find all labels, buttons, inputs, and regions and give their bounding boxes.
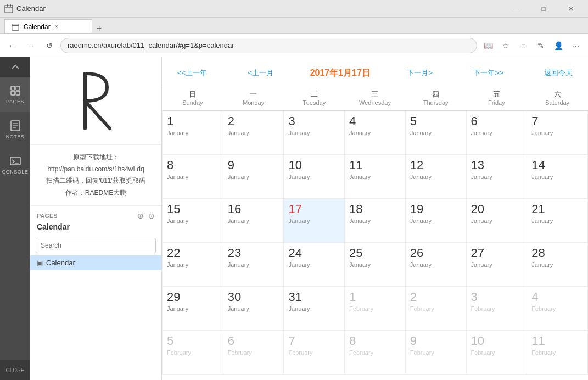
- return-today-button[interactable]: 返回今天: [540, 66, 577, 80]
- calendar-day-cell[interactable]: 5January: [405, 111, 466, 155]
- calendar-day-cell[interactable]: 12January: [405, 155, 466, 199]
- svg-rect-7: [16, 86, 20, 90]
- page-item-calendar[interactable]: ▣ Calendar: [30, 255, 161, 270]
- title-bar: Calendar ─ □ ✕: [0, 0, 588, 18]
- day-number: 26: [410, 246, 462, 260]
- sidebar-item-console[interactable]: CONSOLE: [0, 147, 30, 182]
- calendar-day-cell[interactable]: 9January: [223, 155, 284, 199]
- calendar-day-cell[interactable]: 6February: [223, 331, 284, 375]
- svg-rect-0: [5, 5, 13, 13]
- day-month-label: January: [349, 174, 401, 180]
- calendar-day-cell[interactable]: 27January: [466, 243, 527, 287]
- sidebar-close-button[interactable]: CLOSE: [0, 360, 30, 380]
- calendar-day-cell[interactable]: 11January: [345, 155, 406, 199]
- sidebar-collapse-button[interactable]: [0, 57, 30, 77]
- calendar-day-cell[interactable]: 26January: [405, 243, 466, 287]
- calendar-day-cell[interactable]: 5February: [163, 331, 223, 375]
- calendar-day-cell[interactable]: 23January: [223, 243, 284, 287]
- calendar-day-cell[interactable]: 3February: [466, 287, 527, 331]
- weekday-fri: 五Friday: [466, 85, 527, 111]
- calendar-day-cell[interactable]: 18January: [345, 199, 406, 243]
- day-number: 3: [471, 290, 523, 304]
- calendar-day-cell[interactable]: 16January: [223, 199, 284, 243]
- calendar-day-cell[interactable]: 7February: [284, 331, 345, 375]
- account-button[interactable]: 👤: [551, 38, 566, 53]
- day-month-label: January: [228, 217, 279, 224]
- calendar-day-cell[interactable]: 11February: [527, 331, 588, 375]
- day-number: 28: [531, 246, 583, 260]
- calendar-day-cell[interactable]: 20January: [466, 199, 527, 243]
- calendar-day-cell[interactable]: 1February: [345, 287, 406, 331]
- sidebar-item-pages[interactable]: PAGES: [0, 77, 30, 112]
- back-button[interactable]: ←: [4, 38, 20, 53]
- refresh-button[interactable]: ↺: [42, 38, 57, 53]
- panel-action-icons: ⊕ ⊙: [137, 211, 155, 220]
- day-month-label: February: [531, 349, 583, 356]
- calendar-day-cell[interactable]: 2February: [405, 287, 466, 331]
- calendar-day-cell[interactable]: 28January: [527, 243, 588, 287]
- active-tab[interactable]: Calendar ×: [4, 19, 92, 33]
- close-button[interactable]: ✕: [558, 0, 584, 18]
- search-input[interactable]: [36, 238, 156, 253]
- calendar-day-cell[interactable]: 30January: [223, 287, 284, 331]
- calendar-day-cell[interactable]: 15January: [163, 199, 223, 243]
- calendar-day-cell[interactable]: 14January: [527, 155, 588, 199]
- more-button[interactable]: ···: [568, 38, 584, 53]
- calendar-week-row: 15January16January17January18January19Ja…: [163, 199, 588, 243]
- calendar-day-cell[interactable]: 9February: [405, 331, 466, 375]
- more-pages-icon[interactable]: ⊙: [148, 211, 155, 220]
- maximize-button[interactable]: □: [531, 0, 556, 18]
- prev-month-button[interactable]: <上一月: [244, 66, 278, 80]
- panel-logo: [30, 57, 161, 145]
- calendar-day-cell[interactable]: 4February: [527, 287, 588, 331]
- next-month-button[interactable]: 下一月>: [402, 66, 437, 80]
- calendar-day-cell[interactable]: 19January: [405, 199, 466, 243]
- notes-button[interactable]: ✎: [533, 38, 548, 53]
- new-tab-button[interactable]: +: [92, 24, 106, 33]
- calendar-day-cell[interactable]: 8February: [345, 331, 406, 375]
- calendar-day-cell[interactable]: 8January: [163, 155, 223, 199]
- calendar-day-cell[interactable]: 3January: [284, 111, 345, 155]
- calendar-day-cell[interactable]: 22January: [163, 243, 223, 287]
- calendar-day-cell[interactable]: 13January: [466, 155, 527, 199]
- sidebar-pages-label: PAGES: [6, 99, 24, 104]
- calendar-day-cell[interactable]: 10February: [466, 331, 527, 375]
- notes-icon: [9, 120, 21, 132]
- calendar-week-row: 22January23January24January25January26Ja…: [163, 243, 588, 287]
- reading-view-button[interactable]: 📖: [480, 38, 496, 53]
- day-month-label: February: [167, 349, 219, 356]
- calendar-day-cell[interactable]: 2January: [223, 111, 284, 155]
- day-number: 8: [167, 158, 219, 172]
- calendar-day-cell[interactable]: 4January: [345, 111, 406, 155]
- calendar-day-cell[interactable]: 31January: [284, 287, 345, 331]
- calendar-day-cell[interactable]: 24January: [284, 243, 345, 287]
- address-input[interactable]: [60, 38, 477, 53]
- panel-info: 原型下载地址： http://pan.baidu.com/s/1hs4wLdq …: [30, 145, 161, 206]
- calendar-day-cell[interactable]: 21January: [527, 199, 588, 243]
- calendar-day-cell[interactable]: 1January: [163, 111, 223, 155]
- calendar-day-cell[interactable]: 10January: [284, 155, 345, 199]
- day-number: 23: [228, 246, 279, 260]
- day-month-label: January: [531, 174, 583, 180]
- day-number: 13: [471, 158, 523, 172]
- day-month-label: January: [531, 217, 583, 224]
- calendar-day-cell[interactable]: 29January: [163, 287, 223, 331]
- add-page-icon[interactable]: ⊕: [137, 211, 144, 220]
- prev-year-button[interactable]: <<上一年: [173, 66, 211, 80]
- minimize-button[interactable]: ─: [503, 0, 529, 18]
- svg-rect-14: [10, 157, 20, 165]
- favorites-button[interactable]: ☆: [498, 38, 513, 53]
- calendar-day-cell[interactable]: 25January: [345, 243, 406, 287]
- forward-button[interactable]: →: [23, 38, 38, 53]
- day-number: 6: [228, 334, 279, 348]
- tab-close-button[interactable]: ×: [55, 24, 58, 30]
- calendar-day-cell[interactable]: 6January: [466, 111, 527, 155]
- info-label: 原型下载地址：: [39, 152, 153, 164]
- calendar-day-cell[interactable]: 17January: [284, 199, 345, 243]
- tab-title: Calendar: [16, 4, 503, 13]
- day-month-label: January: [228, 174, 279, 180]
- next-year-button[interactable]: 下一年>>: [469, 66, 507, 80]
- hub-button[interactable]: ≡: [516, 38, 531, 53]
- sidebar-item-notes[interactable]: NOTES: [0, 112, 30, 147]
- calendar-day-cell[interactable]: 7January: [527, 111, 588, 155]
